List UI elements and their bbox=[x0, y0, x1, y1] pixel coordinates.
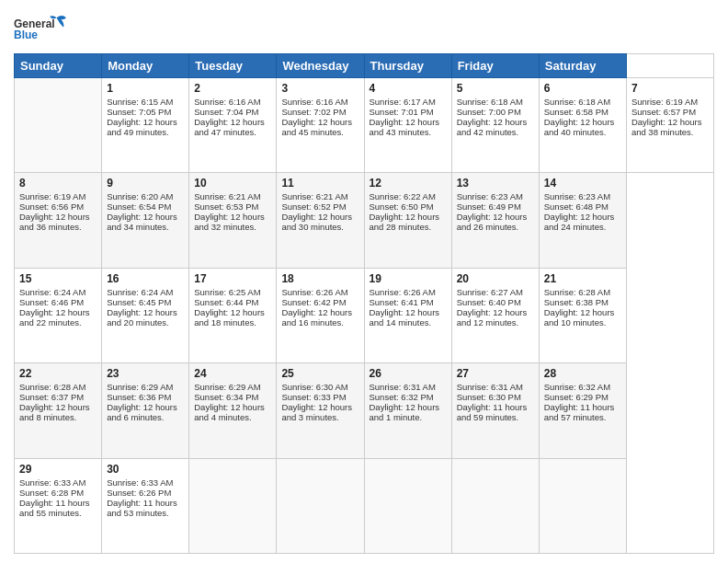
sunset-text: Sunset: 6:41 PM bbox=[370, 297, 434, 307]
daylight-line1: Daylight: 12 hours bbox=[544, 212, 615, 222]
sunset-text: Sunset: 6:40 PM bbox=[457, 297, 521, 307]
sunrise-text: Sunrise: 6:26 AM bbox=[281, 287, 347, 297]
daylight-line2: and 3 minutes. bbox=[281, 412, 338, 422]
calendar-header-row: SundayMondayTuesdayWednesdayThursdayFrid… bbox=[15, 54, 714, 78]
day-number: 9 bbox=[107, 177, 184, 190]
daylight-line1: Daylight: 12 hours bbox=[631, 117, 702, 127]
sunrise-text: Sunrise: 6:31 AM bbox=[457, 382, 523, 392]
sunrise-text: Sunrise: 6:23 AM bbox=[457, 191, 523, 201]
daylight-line2: and 10 minutes. bbox=[544, 317, 607, 327]
daylight-line2: and 34 minutes. bbox=[107, 222, 169, 232]
daylight-line1: Daylight: 12 hours bbox=[281, 402, 352, 412]
daylight-line2: and 42 minutes. bbox=[457, 127, 519, 137]
day-number: 25 bbox=[281, 367, 358, 380]
calendar-cell: 3 Sunrise: 6:16 AM Sunset: 7:02 PM Dayli… bbox=[277, 78, 364, 173]
sunset-text: Sunset: 6:44 PM bbox=[194, 297, 258, 307]
calendar-cell: 7 Sunrise: 6:19 AM Sunset: 6:57 PM Dayli… bbox=[626, 78, 713, 173]
calendar-cell: 6 Sunrise: 6:18 AM Sunset: 6:58 PM Dayli… bbox=[539, 78, 626, 173]
daylight-line2: and 49 minutes. bbox=[107, 127, 169, 137]
daylight-line2: and 59 minutes. bbox=[457, 412, 519, 422]
calendar-cell: 11 Sunrise: 6:21 AM Sunset: 6:52 PM Dayl… bbox=[277, 173, 364, 268]
day-of-week-header: Saturday bbox=[539, 54, 626, 78]
calendar-cell: 20 Sunrise: 6:27 AM Sunset: 6:40 PM Dayl… bbox=[451, 268, 539, 362]
calendar-cell: 28 Sunrise: 6:32 AM Sunset: 6:29 PM Dayl… bbox=[539, 363, 626, 458]
day-number: 16 bbox=[107, 272, 184, 285]
day-number: 26 bbox=[370, 367, 447, 380]
sunset-text: Sunset: 6:54 PM bbox=[107, 201, 171, 212]
sunset-text: Sunset: 6:32 PM bbox=[370, 392, 434, 402]
daylight-line1: Daylight: 12 hours bbox=[194, 212, 265, 222]
sunrise-text: Sunrise: 6:28 AM bbox=[544, 287, 610, 297]
logo: General Blue bbox=[14, 9, 69, 46]
day-number: 24 bbox=[194, 367, 271, 380]
day-number: 3 bbox=[281, 82, 358, 95]
sunrise-text: Sunrise: 6:18 AM bbox=[457, 97, 523, 107]
sunrise-text: Sunrise: 6:19 AM bbox=[631, 97, 698, 107]
daylight-line1: Daylight: 12 hours bbox=[194, 117, 265, 127]
day-number: 18 bbox=[281, 272, 358, 285]
daylight-line2: and 32 minutes. bbox=[194, 222, 256, 232]
sunrise-text: Sunrise: 6:16 AM bbox=[281, 97, 347, 107]
sunrise-text: Sunrise: 6:27 AM bbox=[457, 287, 523, 297]
sunset-text: Sunset: 7:00 PM bbox=[457, 107, 521, 117]
daylight-line1: Daylight: 12 hours bbox=[457, 212, 528, 222]
daylight-line1: Daylight: 12 hours bbox=[281, 117, 352, 127]
calendar-cell: 13 Sunrise: 6:23 AM Sunset: 6:49 PM Dayl… bbox=[451, 173, 539, 268]
day-of-week-header: Thursday bbox=[364, 54, 451, 78]
calendar-cell: 4 Sunrise: 6:17 AM Sunset: 7:01 PM Dayli… bbox=[364, 78, 451, 173]
daylight-line2: and 6 minutes. bbox=[107, 412, 164, 422]
calendar-cell: 23 Sunrise: 6:29 AM Sunset: 6:36 PM Dayl… bbox=[102, 363, 189, 458]
sunrise-text: Sunrise: 6:29 AM bbox=[107, 382, 173, 392]
calendar-cell: 14 Sunrise: 6:23 AM Sunset: 6:48 PM Dayl… bbox=[539, 173, 626, 268]
day-of-week-header: Monday bbox=[102, 54, 189, 78]
daylight-line1: Daylight: 12 hours bbox=[370, 212, 440, 222]
daylight-line1: Daylight: 12 hours bbox=[19, 402, 90, 412]
daylight-line1: Daylight: 12 hours bbox=[457, 307, 528, 317]
day-number: 23 bbox=[107, 367, 184, 380]
calendar-cell: 29 Sunrise: 6:33 AM Sunset: 6:28 PM Dayl… bbox=[15, 458, 102, 553]
calendar-week-row: 1 Sunrise: 6:15 AM Sunset: 7:05 PM Dayli… bbox=[15, 78, 714, 173]
daylight-line1: Daylight: 12 hours bbox=[107, 402, 177, 412]
calendar-cell: 27 Sunrise: 6:31 AM Sunset: 6:30 PM Dayl… bbox=[451, 363, 539, 458]
sunset-text: Sunset: 6:28 PM bbox=[19, 488, 84, 498]
daylight-line1: Daylight: 12 hours bbox=[19, 307, 90, 317]
day-number: 21 bbox=[544, 272, 621, 285]
day-number: 27 bbox=[457, 367, 534, 380]
calendar-cell bbox=[189, 458, 277, 553]
day-number: 2 bbox=[194, 82, 271, 95]
daylight-line2: and 47 minutes. bbox=[194, 127, 256, 137]
sunset-text: Sunset: 6:26 PM bbox=[107, 488, 171, 498]
calendar-cell bbox=[15, 78, 102, 173]
sunset-text: Sunset: 7:01 PM bbox=[370, 107, 434, 117]
daylight-line1: Daylight: 12 hours bbox=[281, 307, 352, 317]
day-number: 11 bbox=[281, 177, 358, 190]
calendar-cell: 21 Sunrise: 6:28 AM Sunset: 6:38 PM Dayl… bbox=[539, 268, 626, 362]
daylight-line2: and 14 minutes. bbox=[370, 317, 432, 327]
sunrise-text: Sunrise: 6:17 AM bbox=[370, 97, 436, 107]
calendar-week-row: 22 Sunrise: 6:28 AM Sunset: 6:37 PM Dayl… bbox=[15, 363, 714, 458]
page: General Blue SundayMondayTuesdayWednesda… bbox=[0, 0, 728, 563]
daylight-line2: and 53 minutes. bbox=[107, 508, 169, 518]
daylight-line2: and 55 minutes. bbox=[19, 508, 82, 518]
daylight-line1: Daylight: 12 hours bbox=[281, 212, 352, 222]
daylight-line1: Daylight: 11 hours bbox=[457, 402, 528, 412]
sunset-text: Sunset: 6:37 PM bbox=[19, 392, 84, 402]
svg-text:Blue: Blue bbox=[14, 29, 38, 41]
day-number: 20 bbox=[457, 272, 534, 285]
sunset-text: Sunset: 7:04 PM bbox=[194, 107, 258, 117]
day-number: 5 bbox=[457, 82, 534, 95]
daylight-line2: and 30 minutes. bbox=[281, 222, 344, 232]
daylight-line1: Daylight: 11 hours bbox=[544, 402, 615, 412]
calendar-cell: 19 Sunrise: 6:26 AM Sunset: 6:41 PM Dayl… bbox=[364, 268, 451, 362]
daylight-line1: Daylight: 12 hours bbox=[457, 117, 528, 127]
day-number: 14 bbox=[544, 177, 621, 190]
sunrise-text: Sunrise: 6:19 AM bbox=[19, 191, 85, 201]
calendar-cell bbox=[364, 458, 451, 553]
daylight-line1: Daylight: 12 hours bbox=[544, 307, 615, 317]
sunrise-text: Sunrise: 6:15 AM bbox=[107, 97, 173, 107]
daylight-line1: Daylight: 11 hours bbox=[19, 498, 90, 508]
calendar-week-row: 15 Sunrise: 6:24 AM Sunset: 6:46 PM Dayl… bbox=[15, 268, 714, 362]
day-number: 30 bbox=[107, 463, 184, 476]
calendar-cell: 9 Sunrise: 6:20 AM Sunset: 6:54 PM Dayli… bbox=[102, 173, 189, 268]
day-number: 28 bbox=[544, 367, 621, 380]
